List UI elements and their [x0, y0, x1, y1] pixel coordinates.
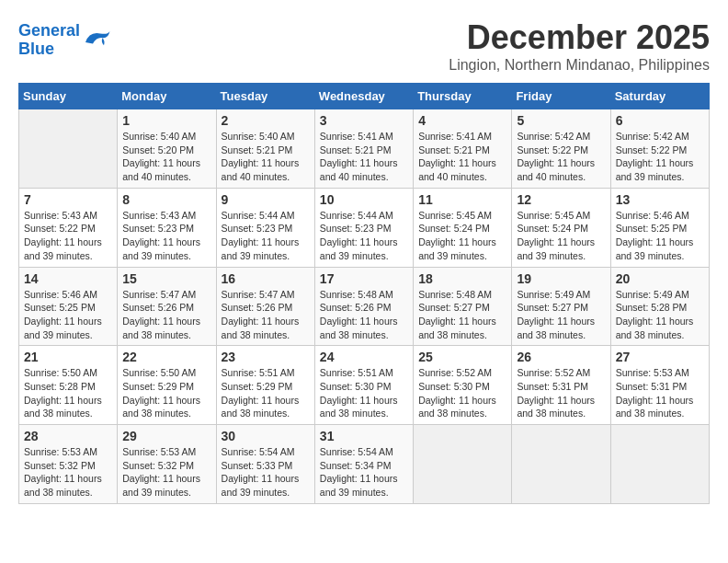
day-number: 8	[122, 192, 210, 207]
calendar-cell: 29Sunrise: 5:53 AMSunset: 5:32 PMDayligh…	[118, 425, 216, 504]
day-number: 14	[24, 271, 112, 286]
day-info: Sunrise: 5:41 AMSunset: 5:21 PMDaylight:…	[418, 130, 506, 184]
calendar-cell: 1Sunrise: 5:40 AMSunset: 5:20 PMDaylight…	[118, 109, 216, 189]
day-number: 15	[122, 271, 210, 286]
day-info: Sunrise: 5:53 AMSunset: 5:32 PMDaylight:…	[122, 445, 210, 500]
day-number: 19	[517, 271, 605, 286]
day-info: Sunrise: 5:46 AMSunset: 5:25 PMDaylight:…	[24, 288, 112, 342]
day-info: Sunrise: 5:42 AMSunset: 5:22 PMDaylight:…	[517, 130, 605, 184]
day-info: Sunrise: 5:50 AMSunset: 5:28 PMDaylight:…	[24, 366, 112, 420]
calendar-cell: 26Sunrise: 5:52 AMSunset: 5:31 PMDayligh…	[512, 346, 610, 425]
calendar-week-row: 1Sunrise: 5:40 AMSunset: 5:20 PMDaylight…	[19, 109, 710, 189]
day-info: Sunrise: 5:45 AMSunset: 5:24 PMDaylight:…	[517, 209, 605, 263]
calendar-cell: 9Sunrise: 5:44 AMSunset: 5:23 PMDaylight…	[216, 188, 314, 267]
calendar-cell: 15Sunrise: 5:47 AMSunset: 5:26 PMDayligh…	[118, 267, 216, 346]
col-header-sunday: Sunday	[19, 84, 118, 109]
calendar-cell: 12Sunrise: 5:45 AMSunset: 5:24 PMDayligh…	[512, 188, 610, 267]
logo-text: GeneralBlue	[18, 22, 80, 59]
day-info: Sunrise: 5:44 AMSunset: 5:23 PMDaylight:…	[222, 209, 310, 263]
day-info: Sunrise: 5:45 AMSunset: 5:24 PMDaylight:…	[418, 209, 506, 263]
day-number: 24	[320, 350, 408, 364]
day-number: 4	[418, 113, 506, 128]
calendar-header-row: SundayMondayTuesdayWednesdayThursdayFrid…	[19, 84, 710, 109]
calendar-cell	[512, 425, 610, 504]
calendar-cell: 6Sunrise: 5:42 AMSunset: 5:22 PMDaylight…	[610, 109, 709, 189]
day-number: 18	[418, 271, 506, 286]
calendar-cell: 18Sunrise: 5:48 AMSunset: 5:27 PMDayligh…	[414, 267, 512, 346]
day-number: 5	[517, 113, 605, 128]
calendar-cell: 8Sunrise: 5:43 AMSunset: 5:23 PMDaylight…	[118, 188, 216, 267]
day-number: 26	[517, 350, 605, 364]
logo: GeneralBlue	[18, 22, 111, 59]
calendar-cell	[19, 109, 118, 189]
day-info: Sunrise: 5:49 AMSunset: 5:27 PMDaylight:…	[517, 288, 605, 342]
day-number: 22	[122, 350, 210, 364]
calendar-cell: 25Sunrise: 5:52 AMSunset: 5:30 PMDayligh…	[414, 346, 512, 425]
day-number: 25	[418, 350, 506, 364]
calendar-cell: 19Sunrise: 5:49 AMSunset: 5:27 PMDayligh…	[512, 267, 610, 346]
day-number: 1	[122, 113, 210, 128]
calendar-cell: 13Sunrise: 5:46 AMSunset: 5:25 PMDayligh…	[610, 188, 709, 267]
calendar-week-row: 7Sunrise: 5:43 AMSunset: 5:22 PMDaylight…	[19, 188, 710, 267]
day-info: Sunrise: 5:41 AMSunset: 5:21 PMDaylight:…	[320, 130, 408, 184]
day-number: 28	[24, 429, 112, 443]
col-header-friday: Friday	[512, 84, 610, 109]
day-info: Sunrise: 5:48 AMSunset: 5:26 PMDaylight:…	[320, 288, 408, 342]
calendar-cell: 11Sunrise: 5:45 AMSunset: 5:24 PMDayligh…	[414, 188, 512, 267]
day-number: 30	[222, 429, 310, 443]
day-number: 29	[122, 429, 210, 443]
day-info: Sunrise: 5:53 AMSunset: 5:32 PMDaylight:…	[24, 445, 112, 500]
day-info: Sunrise: 5:40 AMSunset: 5:20 PMDaylight:…	[122, 130, 210, 184]
col-header-monday: Monday	[118, 84, 216, 109]
calendar-cell: 28Sunrise: 5:53 AMSunset: 5:32 PMDayligh…	[19, 425, 118, 504]
day-info: Sunrise: 5:54 AMSunset: 5:34 PMDaylight:…	[320, 445, 408, 500]
day-info: Sunrise: 5:51 AMSunset: 5:29 PMDaylight:…	[222, 366, 310, 420]
calendar-table: SundayMondayTuesdayWednesdayThursdayFrid…	[18, 83, 710, 504]
calendar-cell: 23Sunrise: 5:51 AMSunset: 5:29 PMDayligh…	[216, 346, 314, 425]
day-number: 27	[616, 350, 704, 364]
calendar-cell: 20Sunrise: 5:49 AMSunset: 5:28 PMDayligh…	[610, 267, 709, 346]
calendar-cell: 27Sunrise: 5:53 AMSunset: 5:31 PMDayligh…	[610, 346, 709, 425]
logo-bird-icon	[82, 26, 111, 52]
month-title: December 2025	[449, 18, 710, 57]
day-number: 3	[320, 113, 408, 128]
day-info: Sunrise: 5:49 AMSunset: 5:28 PMDaylight:…	[616, 288, 704, 342]
day-number: 23	[222, 350, 310, 364]
calendar-cell: 17Sunrise: 5:48 AMSunset: 5:26 PMDayligh…	[314, 267, 413, 346]
calendar-cell: 5Sunrise: 5:42 AMSunset: 5:22 PMDaylight…	[512, 109, 610, 189]
calendar-cell: 3Sunrise: 5:41 AMSunset: 5:21 PMDaylight…	[314, 109, 413, 189]
header: GeneralBlue December 2025 Lingion, North…	[18, 18, 710, 74]
calendar-cell: 16Sunrise: 5:47 AMSunset: 5:26 PMDayligh…	[216, 267, 314, 346]
day-number: 2	[222, 113, 310, 128]
calendar-cell: 10Sunrise: 5:44 AMSunset: 5:23 PMDayligh…	[314, 188, 413, 267]
day-info: Sunrise: 5:43 AMSunset: 5:22 PMDaylight:…	[24, 209, 112, 263]
day-number: 16	[222, 271, 310, 286]
calendar-cell	[610, 425, 709, 504]
day-info: Sunrise: 5:54 AMSunset: 5:33 PMDaylight:…	[222, 445, 310, 500]
calendar-cell: 14Sunrise: 5:46 AMSunset: 5:25 PMDayligh…	[19, 267, 118, 346]
day-info: Sunrise: 5:51 AMSunset: 5:30 PMDaylight:…	[320, 366, 408, 420]
calendar-cell	[414, 425, 512, 504]
day-info: Sunrise: 5:52 AMSunset: 5:30 PMDaylight:…	[418, 366, 506, 420]
day-info: Sunrise: 5:46 AMSunset: 5:25 PMDaylight:…	[616, 209, 704, 263]
calendar-cell: 30Sunrise: 5:54 AMSunset: 5:33 PMDayligh…	[216, 425, 314, 504]
calendar-week-row: 21Sunrise: 5:50 AMSunset: 5:28 PMDayligh…	[19, 346, 710, 425]
day-number: 13	[616, 192, 704, 207]
day-number: 6	[616, 113, 704, 128]
day-info: Sunrise: 5:50 AMSunset: 5:29 PMDaylight:…	[122, 366, 210, 420]
day-info: Sunrise: 5:47 AMSunset: 5:26 PMDaylight:…	[122, 288, 210, 342]
calendar-cell: 7Sunrise: 5:43 AMSunset: 5:22 PMDaylight…	[19, 188, 118, 267]
calendar-cell: 31Sunrise: 5:54 AMSunset: 5:34 PMDayligh…	[314, 425, 413, 504]
title-area: December 2025 Lingion, Northern Mindanao…	[449, 18, 710, 74]
day-info: Sunrise: 5:44 AMSunset: 5:23 PMDaylight:…	[320, 209, 408, 263]
day-number: 7	[24, 192, 112, 207]
calendar-week-row: 28Sunrise: 5:53 AMSunset: 5:32 PMDayligh…	[19, 425, 710, 504]
day-info: Sunrise: 5:52 AMSunset: 5:31 PMDaylight:…	[517, 366, 605, 420]
day-info: Sunrise: 5:42 AMSunset: 5:22 PMDaylight:…	[616, 130, 704, 184]
day-number: 11	[418, 192, 506, 207]
col-header-saturday: Saturday	[610, 84, 709, 109]
calendar-week-row: 14Sunrise: 5:46 AMSunset: 5:25 PMDayligh…	[19, 267, 710, 346]
day-number: 21	[24, 350, 112, 364]
day-number: 17	[320, 271, 408, 286]
calendar-cell: 22Sunrise: 5:50 AMSunset: 5:29 PMDayligh…	[118, 346, 216, 425]
